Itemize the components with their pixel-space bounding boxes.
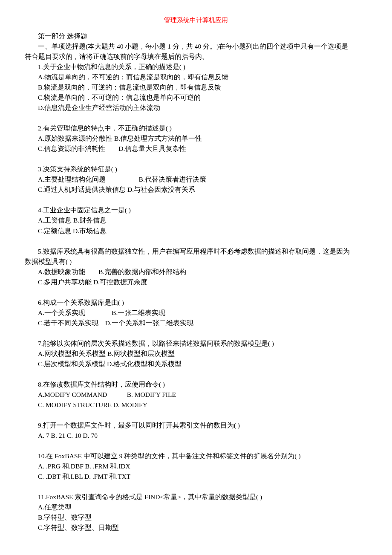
text-line: C. MODIFY STRUCTURE D. MODIFY: [25, 400, 367, 410]
blank-line: [25, 154, 367, 164]
text-line: A.一个关系实现 B.一张二维表实现: [25, 308, 367, 318]
text-line: C.多用户共享功能 D.可控数据冗余度: [25, 277, 367, 287]
text-line: C.定额信息 D.市场信息: [25, 226, 367, 236]
text-line: A.物流是单向的，不可逆的；而信息流是双向的，即有信息反馈: [25, 72, 367, 82]
text-line: A. 7 B. 21 C. 10 D. 70: [25, 431, 367, 441]
text-line: C.若干不同关系实现 D.一个关系和一张二维表实现: [25, 318, 367, 328]
text-line: 7.能够以实体间的层次关系描述数据，以路径来描述数据间联系的数据模型是( ): [25, 338, 367, 349]
text-line: 9.打开一个数据库文件时，最多可以同时打开其索引文件的数目为( ): [25, 420, 367, 431]
text-line: 符合题目要求的，请将正确选项前的字母填在题后的括号内。: [25, 52, 367, 62]
text-line: C.字符型、数字型、日期型: [25, 523, 367, 533]
text-line: 第一部分 选择题: [25, 31, 367, 41]
text-line: 2.有关管理信息的特点中，不正确的描述是( ): [25, 123, 367, 133]
body-lines: 第一部分 选择题一、单项选择题(本大题共 40 小题，每小题 1 分，共 40 …: [25, 31, 367, 533]
text-line: 一、单项选择题(本大题共 40 小题，每小题 1 分，共 40 分。)在每小题列…: [25, 41, 367, 52]
text-line: C. .DBT 和.LBL D. .FMT 和.TXT: [25, 471, 367, 482]
page-title: 管理系统中计算机应用: [25, 15, 367, 25]
text-line: 10.在 FoxBASE 中可以建立 9 种类型的文件，其中备注文件和标签文件的…: [25, 451, 367, 461]
text-line: A.网状模型和关系模型 B.网状模型和层次模型: [25, 349, 367, 359]
text-line: 1.关于企业中物流和信息的关系，正确的描述是( ): [25, 62, 367, 72]
text-line: C.通过人机对话提供决策信息 D.与社会因素没有关系: [25, 185, 367, 195]
text-line: 4.工业企业中固定信息之一是( ): [25, 205, 367, 215]
text-line: A. .PRG 和.DBF B. .FRM 和.IDX: [25, 461, 367, 471]
text-line: C.信息资源的非消耗性 D.信息量大且具复杂性: [25, 144, 367, 154]
blank-line: [25, 113, 367, 123]
blank-line: [25, 236, 367, 246]
text-line: A.MODIFY COMMAND B. MODIFY FILE: [25, 390, 367, 400]
blank-line: [25, 287, 367, 298]
text-line: 5.数据库系统具有很高的数据独立性，用户在编写应用程序时不必考虑数据的描述和存取…: [25, 246, 367, 257]
text-line: 数据模型具有( ): [25, 257, 367, 267]
blank-line: [25, 410, 367, 420]
text-line: C.层次模型和关系模型 D.格式化模型和关系模型: [25, 359, 367, 369]
text-line: A.主要处理结构化问题 B.代替决策者进行决策: [25, 174, 367, 185]
text-line: C.物流是单向的，不可逆的；信息流也是单向不可逆的: [25, 92, 367, 103]
text-line: A.数据映象功能 B.完善的数据内部和外部结构: [25, 267, 367, 277]
text-line: A.工资信息 B.财务信息: [25, 215, 367, 225]
text-line: B.字符型、数字型: [25, 512, 367, 523]
blank-line: [25, 328, 367, 338]
blank-line: [25, 195, 367, 205]
blank-line: [25, 441, 367, 451]
text-line: A.原始数据来源的分散性 B.信息处理方式方法的单一性: [25, 133, 367, 144]
text-line: 8.在修改数据库文件结构时，应使用命令( ): [25, 379, 367, 390]
document-page: 管理系统中计算机应用 第一部分 选择题一、单项选择题(本大题共 40 小题，每小…: [0, 0, 392, 533]
blank-line: [25, 369, 367, 379]
text-line: B.物流是双向的，可逆的；信息流也是双向的，即有信息反馈: [25, 82, 367, 92]
text-line: D.信息流是企业生产经营活动的主体流动: [25, 103, 367, 113]
text-line: 6.构成一个关系数据库是由( ): [25, 298, 367, 308]
blank-line: [25, 482, 367, 492]
text-line: 3.决策支持系统的特征是( ): [25, 164, 367, 174]
text-line: A.任意类型: [25, 502, 367, 512]
text-line: 11.FoxBASE 索引查询命令的格式是 FIND<常量>，其中常量的数据类型…: [25, 492, 367, 502]
